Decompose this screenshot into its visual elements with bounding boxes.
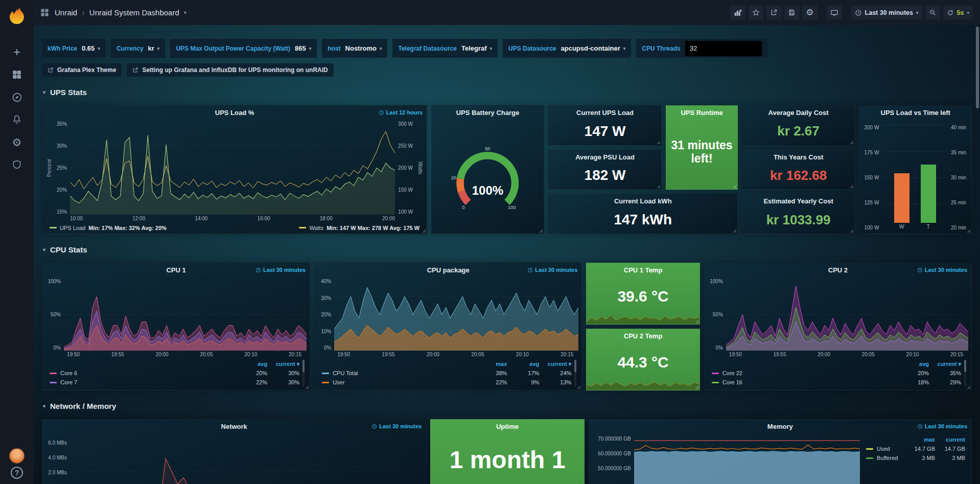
- legend-header[interactable]: max: [478, 361, 507, 367]
- page-scrollbar[interactable]: [976, 27, 979, 476]
- series-name[interactable]: Watts: [309, 225, 323, 231]
- row-header-cpu-stats[interactable]: ▾ CPU Stats: [43, 244, 972, 255]
- cpu1-chart[interactable]: [64, 279, 307, 351]
- dashboard-grid-icon[interactable]: [40, 8, 50, 17]
- panel-title[interactable]: Current Load kWh: [614, 197, 672, 205]
- dashboard-link-grafana-plex-theme[interactable]: Grafana Plex Theme: [42, 63, 122, 77]
- add-panel-button[interactable]: [730, 6, 745, 19]
- legend-scrollbar[interactable]: [302, 360, 305, 386]
- panel-resize-handle[interactable]: [305, 385, 309, 389]
- series-name[interactable]: CPU Total: [333, 370, 358, 376]
- panel-title[interactable]: Current UPS Load: [576, 109, 634, 117]
- create-icon[interactable]: [5, 41, 29, 63]
- series-name[interactable]: Core 6: [60, 370, 77, 376]
- breadcrumb-folder[interactable]: Unraid: [55, 8, 77, 17]
- time-range-picker[interactable]: Last 30 minutes ▾: [851, 6, 922, 19]
- series-name[interactable]: Core 22: [722, 370, 742, 376]
- panel-title[interactable]: UPS Battery Charge: [456, 109, 520, 117]
- panel-title[interactable]: UPS Load vs Time left: [881, 109, 950, 117]
- panel-title[interactable]: UPS Runtime: [681, 109, 722, 117]
- explore-icon[interactable]: [5, 86, 29, 108]
- star-button[interactable]: [749, 6, 763, 19]
- panel-title[interactable]: This Years Cost: [774, 153, 823, 161]
- alerting-icon[interactable]: [5, 108, 29, 131]
- variable-value-dropdown[interactable]: Telegraf▾: [461, 44, 492, 52]
- panel-resize-handle[interactable]: [850, 141, 853, 144]
- series-name[interactable]: User: [333, 379, 344, 385]
- legend-header[interactable]: current ▾: [543, 361, 571, 367]
- ups-load-chart[interactable]: [70, 121, 395, 215]
- network-chart[interactable]: [70, 435, 423, 484]
- stat-value: kr 162.68: [742, 164, 855, 190]
- variable-value-dropdown[interactable]: Nostromo▾: [345, 44, 382, 52]
- bar-chart[interactable]: WT: [882, 125, 948, 231]
- variable-value-dropdown[interactable]: 0.65▾: [82, 44, 100, 52]
- variable-value-dropdown[interactable]: 865▾: [295, 44, 311, 52]
- panel-resize-handle[interactable]: [539, 229, 543, 233]
- panel-resize-handle[interactable]: [850, 229, 853, 233]
- legend-header[interactable]: current ▾: [271, 361, 299, 367]
- panel-resize-handle[interactable]: [577, 385, 580, 389]
- panel-title[interactable]: CPU 1 Temp: [624, 266, 663, 274]
- configuration-icon[interactable]: ⚙: [5, 131, 29, 153]
- legend-scrollbar[interactable]: [574, 360, 576, 386]
- panel-resize-handle[interactable]: [967, 229, 970, 233]
- series-name[interactable]: Core 16: [722, 379, 742, 385]
- panel-title[interactable]: CPU 1: [166, 266, 185, 274]
- panel-title[interactable]: Memory: [767, 423, 793, 430]
- panel-resize-handle[interactable]: [967, 385, 970, 389]
- legend-header[interactable]: avg: [239, 361, 267, 367]
- series-name[interactable]: Buffered: [877, 455, 898, 461]
- dashboard-link-ups-monitoring-guide[interactable]: Setting up Grafana and InfluxDB for UPS …: [127, 63, 333, 77]
- dashboard-settings-button[interactable]: ⚙: [802, 6, 817, 19]
- variable-value-dropdown[interactable]: apcupsd-container▾: [561, 44, 625, 52]
- panel-resize-handle[interactable]: [733, 185, 736, 188]
- share-button[interactable]: [766, 6, 781, 19]
- stat-value: 147 W: [549, 120, 662, 145]
- series-name[interactable]: UPS Load: [60, 225, 85, 231]
- panel-resize-handle[interactable]: [422, 229, 426, 233]
- breadcrumb-dashboard[interactable]: Unraid System Dashboard: [89, 8, 179, 17]
- cpu-package-chart[interactable]: [334, 279, 578, 351]
- variable-value-dropdown[interactable]: kr▾: [148, 44, 160, 52]
- legend-header[interactable]: current ▾: [932, 361, 961, 367]
- legend-header[interactable]: avg: [900, 361, 929, 367]
- panel-title[interactable]: UPS Load %: [215, 109, 254, 117]
- cpu2-chart[interactable]: [726, 279, 968, 351]
- cpu-threads-input[interactable]: [685, 41, 762, 56]
- memory-chart[interactable]: [634, 435, 860, 484]
- chevron-down-icon[interactable]: ▾: [184, 10, 186, 15]
- panel-cpu2-temp: CPU 2 Temp 44.3 °C: [586, 329, 700, 390]
- panel-title[interactable]: CPU package: [427, 266, 470, 274]
- legend-header[interactable]: max: [908, 436, 935, 443]
- help-icon[interactable]: ?: [11, 467, 23, 479]
- dashboards-icon[interactable]: [5, 63, 29, 86]
- panel-title[interactable]: CPU 2: [828, 266, 848, 274]
- panel-title[interactable]: Average Daily Cost: [768, 109, 829, 117]
- panel-title[interactable]: Estimated Yearly Cost: [763, 197, 833, 205]
- legend-header[interactable]: avg: [510, 361, 539, 367]
- cycle-view-button[interactable]: [827, 6, 842, 19]
- legend-header[interactable]: current: [939, 436, 965, 443]
- series-name[interactable]: Used: [877, 446, 890, 452]
- row-header-ups-stats[interactable]: ▾ UPS Stats: [43, 87, 972, 97]
- series-name[interactable]: Core 7: [60, 379, 77, 385]
- panel-title[interactable]: Uptime: [496, 423, 519, 430]
- panel-resize-handle[interactable]: [733, 229, 736, 233]
- grafana-logo[interactable]: [6, 6, 28, 28]
- panel-resize-handle[interactable]: [695, 385, 698, 389]
- legend-scrollbar[interactable]: [964, 360, 966, 386]
- panel-title[interactable]: CPU 2 Temp: [624, 332, 663, 340]
- panel-resize-handle[interactable]: [657, 141, 660, 144]
- avatar[interactable]: [9, 448, 25, 464]
- panel-resize-handle[interactable]: [657, 185, 660, 188]
- panel-title[interactable]: Average PSU Load: [575, 153, 635, 161]
- save-button[interactable]: [784, 6, 799, 19]
- panel-title[interactable]: Network: [221, 423, 247, 430]
- row-header-network-memory[interactable]: ▾ Network / Memory: [43, 401, 972, 411]
- zoom-out-button[interactable]: [925, 6, 940, 19]
- refresh-button[interactable]: 5s ▾: [943, 6, 973, 19]
- panel-resize-handle[interactable]: [850, 185, 853, 188]
- server-admin-icon[interactable]: [5, 153, 29, 176]
- panel-resize-handle[interactable]: [695, 319, 698, 323]
